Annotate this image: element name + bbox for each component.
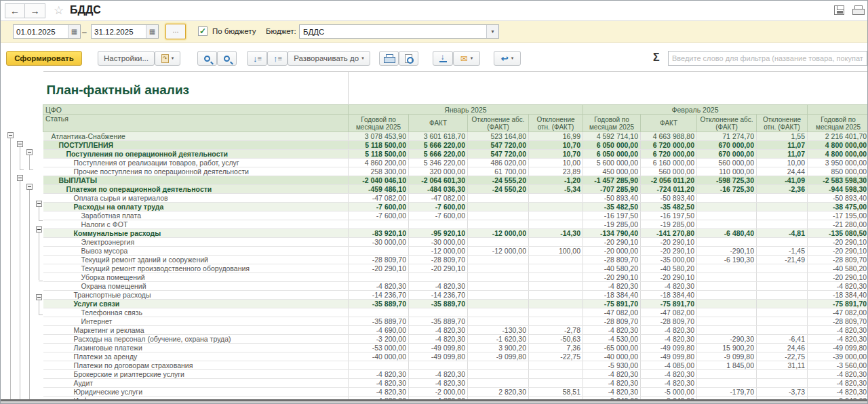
value-cell[interactable]: -20 000,00 xyxy=(583,247,641,256)
value-cell[interactable]: -179,70 xyxy=(697,388,757,397)
value-cell[interactable]: -14,30 xyxy=(529,229,583,238)
value-cell[interactable]: -598 725,30 xyxy=(697,176,757,185)
value-cell[interactable]: -141 270,80 xyxy=(641,229,697,238)
row-label[interactable]: Заработная плата xyxy=(43,211,349,220)
value-cell[interactable] xyxy=(697,220,757,229)
value-cell[interactable]: -4 820,30 xyxy=(583,379,641,388)
row-label[interactable]: Налоги с ФОТ xyxy=(43,220,349,229)
row-label[interactable]: Аудит xyxy=(43,379,349,388)
value-cell[interactable]: 5 118 500,00 xyxy=(349,141,409,150)
row-label[interactable]: Коммунальные расходы xyxy=(43,229,349,238)
value-cell[interactable] xyxy=(529,379,583,388)
value-cell[interactable]: 3 950 000,00 xyxy=(808,159,868,167)
value-cell[interactable] xyxy=(757,291,808,300)
value-cell[interactable]: 547 720,00 xyxy=(468,141,529,150)
value-cell[interactable] xyxy=(697,282,757,291)
value-cell[interactable]: -5 000,00 xyxy=(641,388,697,397)
value-cell[interactable] xyxy=(409,308,468,317)
row-label[interactable]: Вывоз мусора xyxy=(43,247,349,256)
value-cell[interactable] xyxy=(529,264,583,273)
value-cell[interactable] xyxy=(697,194,757,203)
value-cell[interactable] xyxy=(757,273,808,282)
value-cell[interactable]: -19 285,00 xyxy=(641,220,697,229)
value-cell[interactable]: -16 725,30 xyxy=(697,185,757,194)
value-cell[interactable]: -4 820,30 xyxy=(808,335,868,344)
value-cell[interactable] xyxy=(697,370,757,379)
value-cell[interactable]: 560 000,00 xyxy=(697,159,757,167)
value-cell[interactable]: 486 020,00 xyxy=(468,159,529,167)
row-label[interactable]: Платежи по операционной деятельности xyxy=(43,185,349,194)
print-icon[interactable] xyxy=(852,5,863,15)
tree-collapse-button[interactable] xyxy=(17,141,23,147)
value-cell[interactable]: -17 195,00 xyxy=(808,211,868,220)
value-cell[interactable]: -40 000,00 xyxy=(349,352,409,361)
value-cell[interactable] xyxy=(697,203,757,211)
value-cell[interactable]: -7 600,00 xyxy=(349,203,409,211)
value-cell[interactable]: -83 920,10 xyxy=(349,229,409,238)
value-cell[interactable] xyxy=(468,256,529,264)
value-cell[interactable]: 3 078 453,90 xyxy=(349,132,409,141)
value-cell[interactable]: -14 236,70 xyxy=(409,291,468,300)
row-label[interactable]: Телефонная связь xyxy=(43,308,349,317)
value-cell[interactable]: -724 011,20 xyxy=(641,185,697,194)
value-cell[interactable] xyxy=(529,361,583,370)
value-cell[interactable] xyxy=(529,256,583,264)
value-cell[interactable]: -20 290,10 xyxy=(583,238,641,247)
value-cell[interactable]: -459 486,10 xyxy=(349,185,409,194)
value-cell[interactable]: -484 036,30 xyxy=(409,185,468,194)
row-label[interactable]: Охрана помещений xyxy=(43,282,349,291)
row-label[interactable]: Атлантика-Снабжение xyxy=(43,132,349,141)
value-cell[interactable] xyxy=(468,211,529,220)
value-cell[interactable] xyxy=(757,300,808,308)
value-cell[interactable]: -130,30 xyxy=(468,326,529,335)
value-cell[interactable]: -50 893,40 xyxy=(641,194,697,203)
value-cell[interactable] xyxy=(697,326,757,335)
value-cell[interactable]: 71 274,70 xyxy=(697,132,757,141)
value-cell[interactable]: -35 889,70 xyxy=(349,300,409,308)
value-cell[interactable]: 15 900,20 xyxy=(697,344,757,352)
value-cell[interactable]: -41,09 xyxy=(757,176,808,185)
value-cell[interactable] xyxy=(529,211,583,220)
value-cell[interactable]: -1 457 285,90 xyxy=(583,176,641,185)
value-cell[interactable]: 5 600 000,00 xyxy=(583,159,641,167)
value-cell[interactable] xyxy=(757,238,808,247)
value-cell[interactable]: -4 820,30 xyxy=(641,379,697,388)
row-label[interactable]: ПОСТУПЛЕНИЯ xyxy=(43,141,349,150)
value-cell[interactable]: -20 290,10 xyxy=(349,264,409,273)
value-cell[interactable]: -47 082,00 xyxy=(409,194,468,203)
row-label[interactable]: Маркетинг и реклама xyxy=(43,326,349,335)
expand-groups-button[interactable]: ↑≡ xyxy=(267,51,288,66)
value-cell[interactable]: 24,46 xyxy=(757,344,808,352)
value-cell[interactable] xyxy=(349,273,409,282)
value-cell[interactable]: -75 891,70 xyxy=(641,300,697,308)
value-cell[interactable]: -21,49 xyxy=(757,256,808,264)
value-cell[interactable]: -1 620,30 xyxy=(468,335,529,344)
value-cell[interactable]: -20 290,10 xyxy=(808,273,868,282)
value-cell[interactable]: -50,63 xyxy=(529,335,583,344)
value-cell[interactable]: -290,10 xyxy=(697,247,757,256)
value-cell[interactable]: 11,07 xyxy=(757,141,808,150)
expand-to-dropdown[interactable]: Разворачивать до ▾ xyxy=(288,51,370,66)
value-cell[interactable] xyxy=(757,308,808,317)
value-cell[interactable]: 2 216 401,70 xyxy=(808,132,868,141)
value-cell[interactable]: -4 820,30 xyxy=(808,370,868,379)
value-cell[interactable]: -75 891,70 xyxy=(808,300,868,308)
value-cell[interactable]: 6 050 000,00 xyxy=(583,141,641,150)
generate-button[interactable]: Сформировать xyxy=(6,51,82,66)
row-label[interactable]: Платежи за аренду xyxy=(43,352,349,361)
value-cell[interactable] xyxy=(349,247,409,256)
row-label[interactable]: Транспортные расходы xyxy=(43,291,349,300)
search-button[interactable] xyxy=(197,51,217,66)
value-cell[interactable]: 670 000,00 xyxy=(697,141,757,150)
value-cell[interactable]: -4 820,30 xyxy=(583,388,641,397)
value-cell[interactable] xyxy=(468,194,529,203)
value-cell[interactable] xyxy=(529,317,583,326)
value-cell[interactable]: -2 000,00 xyxy=(409,388,468,397)
value-cell[interactable]: -2 064 601,30 xyxy=(409,176,468,185)
value-cell[interactable]: -290,30 xyxy=(697,335,757,344)
value-cell[interactable]: -22,75 xyxy=(757,352,808,361)
value-cell[interactable]: -3 200,00 xyxy=(349,335,409,344)
value-cell[interactable]: -944 598,30 xyxy=(808,185,868,194)
calendar-icon[interactable]: ▦ xyxy=(68,25,80,38)
value-cell[interactable]: -50 893,40 xyxy=(808,194,868,203)
